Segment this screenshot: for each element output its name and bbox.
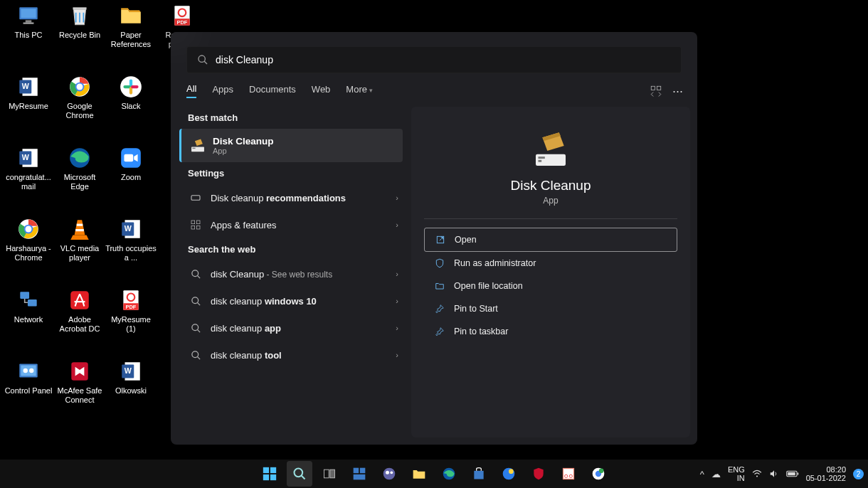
web-result[interactable]: disk Cleanup - See web results› [186,260,403,287]
desktop-icon[interactable]: Wcongratulat... mail [3,145,54,191]
svg-rect-19 [131,85,139,88]
mcafee-icon [67,359,92,384]
svg-rect-30 [75,229,84,231]
best-match-result[interactable]: Disk Cleanup App [179,129,403,162]
tab-all[interactable]: All [186,83,196,98]
svg-rect-3 [23,23,34,24]
clock[interactable]: 08:2005-01-2022 [806,465,846,482]
desktop-icon[interactable]: WOlkowski [105,359,157,396]
svg-point-85 [390,471,393,474]
action-open[interactable]: Open [424,228,677,252]
pdf-icon: PDF [118,287,144,313]
chevron-right-icon: › [396,270,398,278]
desktop-icon[interactable]: This PC [3,3,54,40]
desktop-icon[interactable]: McAfee Safe Connect [54,359,105,405]
taskbar-start-icon[interactable] [257,461,282,487]
svg-rect-98 [797,473,798,475]
setting-label: Apps & features [211,220,277,230]
tray-chevron-up-icon[interactable]: ^ [700,469,704,479]
desktop-icon-label: Adobe Acrobat DC [54,315,105,334]
web-result[interactable]: disk cleanup app› [186,314,403,341]
cpl-icon [16,359,41,384]
search-input[interactable] [216,54,671,65]
desktop-icon[interactable]: PDFMyResume (1) [105,287,157,334]
svg-text:W: W [125,366,132,375]
taskbar-security-icon[interactable] [496,461,522,487]
taskbar-store-icon[interactable] [466,461,492,487]
desktop-icon[interactable]: Recycle Bin [54,3,105,40]
svg-line-61 [197,275,200,278]
svg-rect-81 [360,468,365,474]
svg-point-96 [756,475,758,477]
svg-rect-75 [270,474,276,480]
desktop-icon[interactable]: WTruth occupies a ... [105,216,157,262]
svg-rect-34 [20,292,29,299]
settings-result[interactable]: Disk cleanup recommendations› [186,184,403,211]
tab-web[interactable]: Web [312,84,331,97]
svg-rect-54 [192,147,195,148]
pdf-icon: PDF [169,3,195,28]
more-icon[interactable]: ⋯ [672,85,683,97]
action-run-as-administrator[interactable]: Run as administrator [424,252,677,275]
web-result[interactable]: disk cleanup windows 10› [186,287,403,314]
chevron-right-icon: › [396,351,398,359]
tab-documents[interactable]: Documents [249,84,296,97]
action-pin-to-taskbar[interactable]: Pin to taskbar [424,320,677,343]
tab-more[interactable]: More▾ [346,84,373,97]
desktop-icon[interactable]: Paper References [105,3,157,49]
acrobat-icon [67,287,92,313]
desktop-icon[interactable]: VLC media player [54,216,105,262]
settings-result[interactable]: Apps & features› [186,211,403,238]
action-label: Run as administrator [454,258,536,268]
svg-rect-35 [28,299,37,307]
best-match-subtitle: App [213,147,274,155]
battery-icon[interactable] [786,470,799,478]
language-indicator[interactable]: ENGIN [728,465,745,482]
svg-point-62 [191,297,198,303]
taskbar-search-icon[interactable] [287,461,312,487]
taskbar-widgets-icon[interactable] [346,461,372,487]
desktop-icon[interactable]: Control Panel [3,359,54,396]
desktop-icon[interactable]: Google Chrome [54,74,105,120]
taskbar-edge-tb-icon[interactable] [436,461,462,487]
web-result[interactable]: disk cleanup tool› [186,341,403,368]
chrome-icon [67,74,92,100]
volume-icon[interactable] [769,469,779,479]
svg-text:W: W [22,82,29,90]
taskbar-snip-icon[interactable] [556,461,581,487]
svg-rect-58 [191,226,195,229]
desktop-icon[interactable]: Adobe Acrobat DC [54,287,105,334]
action-open-file-location[interactable]: Open file location [424,275,677,297]
wifi-icon[interactable] [752,469,762,479]
desktop-icon-label: Slack [105,102,157,111]
search-box[interactable] [186,46,682,73]
svg-point-88 [503,468,515,480]
taskbar-teams-icon[interactable] [376,461,402,487]
taskbar-mcafee-tb-icon[interactable] [526,461,551,487]
desktop-icon[interactable]: Network [3,287,54,324]
taskbar-explorer-icon[interactable] [406,461,432,487]
desktop-icon[interactable]: Microsoft Edge [54,145,105,191]
tab-apps[interactable]: Apps [212,84,233,97]
desktop-icon-label: Zoom [105,173,157,182]
desktop-icon[interactable]: Harshaurya - Chrome [3,216,54,262]
svg-rect-79 [330,470,335,478]
svg-point-43 [23,368,28,373]
desktop-icon[interactable]: Slack [105,74,157,111]
svg-point-64 [191,324,198,330]
network-icon [16,287,41,313]
action-pin-to-start[interactable]: Pin to Start [424,297,677,320]
tray-onedrive-icon[interactable]: ☁ [711,469,721,479]
svg-point-83 [383,468,396,480]
word-icon: W [16,145,41,171]
desktop-icon[interactable]: WMyResume [3,74,54,111]
tab-options-icon[interactable] [650,85,662,97]
taskbar-task-view-icon[interactable] [317,461,342,487]
notification-badge[interactable]: 2 [853,469,864,479]
svg-rect-72 [263,467,269,473]
desktop-icon[interactable]: Zoom [105,145,157,182]
svg-rect-53 [191,147,204,152]
disk-cleanup-icon [190,138,206,154]
desktop-icon-label: Recycle Bin [54,31,105,40]
taskbar-chrome-tb-icon[interactable] [586,461,611,487]
